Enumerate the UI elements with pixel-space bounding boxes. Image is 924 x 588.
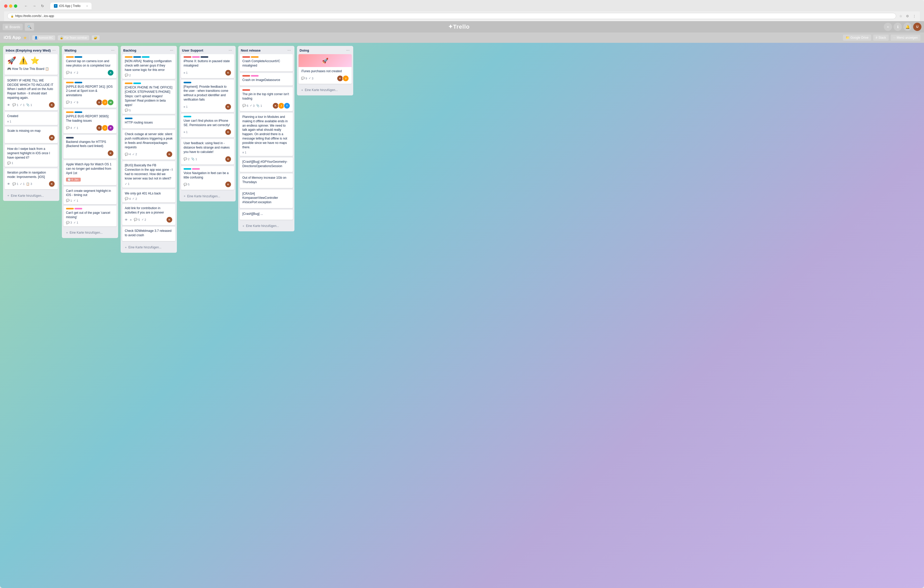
card-back-1[interactable]: [NON ARIA]: floating configuration check… [122,54,175,79]
card-us-2[interactable]: [Payment]: Provide feedback to the user … [181,80,234,112]
tab-close-icon[interactable]: × [86,4,88,7]
top-nav: ⊞ Boards 🔍 ✦Trello + ℹ 🔔 U [0,21,924,33]
search-button[interactable]: 🔍 [25,23,34,31]
card-text: 🎮 How To Use This Board 📋 [7,67,55,71]
lock-icon: 🔒 [11,15,14,18]
card-meta-item: 📋3 [26,182,32,186]
plus-icon: ＋ [242,224,245,228]
card-us-3[interactable]: User can't find photos on iPhone SE. Per… [181,114,234,138]
card-footer: ≡1 [243,151,290,154]
add-card-btn-backlog[interactable]: ＋Eine Karte hinzufügen... [122,244,175,251]
card-back-8[interactable]: Check SDWebImage 3.7 released to avoid c… [122,227,175,241]
refresh-button[interactable]: ↻ [39,3,46,9]
card-wait-1[interactable]: Cannot tap on camera icon and new photos… [63,54,117,78]
active-tab[interactable]: T iOS App | Trello × [50,3,92,9]
add-button[interactable]: + [884,23,892,31]
card-nr-2[interactable]: Crash on ImageDatasource [240,73,293,86]
card-nr-1[interactable]: Crash CompleteAccountVC misaligned [240,54,293,71]
google-drive-button[interactable]: 📁 Google Drive [843,35,871,41]
card-footer: 💬4✓1KJP [66,125,114,131]
card-wait-4[interactable]: Backend changes for HTTPS (Backend feels… [63,135,117,159]
card-footer: 👁≡💬5✓2K [125,216,173,223]
card-labels [66,111,114,113]
lock-badge[interactable]: 🔐 [92,35,99,40]
meta-val: 1 [245,151,246,154]
visibility-badge[interactable]: 🔒 Für Team sichtbar [58,35,89,40]
card-text: Created [7,114,55,118]
more-icon[interactable]: ⋮ [912,13,917,18]
card-us-4[interactable]: User feedback: using feed in -distance f… [181,139,234,164]
card-footer: K [66,150,114,157]
card-wait-2[interactable]: [APPLE BUG REPORT 341]: [iOS 2-Level at … [63,80,117,108]
card-meta-item: 💬1 [12,182,18,186]
meta-val: 6 [247,104,248,107]
add-card-btn-waiting[interactable]: ＋Eine Karte hinzufügen... [63,229,117,236]
card-wait-6[interactable]: Can't create segment highlight in iOS - … [63,187,117,205]
card-inbox-3[interactable]: Created≡1 [5,112,58,125]
card-nr-8[interactable]: [Crash][Bug] ... [240,210,293,220]
card-back-2[interactable]: [CHECK PHONE IN THE OFFICE] [CHECK STEPH… [122,81,175,114]
maximize-button[interactable] [14,4,17,8]
close-button[interactable] [4,4,7,8]
meta-val: 4 [129,153,131,156]
list-menu-inbox[interactable]: ··· [51,48,57,53]
board-star[interactable]: ★ [23,35,27,40]
card-back-3[interactable]: HTTP routing issues [122,116,175,129]
menu-button[interactable]: ··· Menü anzeigen [891,35,921,41]
meta-icon: 👁 [7,103,10,107]
list-header-user-support: User Support ··· [180,46,236,54]
list-menu-user-support[interactable]: ··· [228,48,233,53]
slack-button[interactable]: # Slack [873,35,889,41]
card-nr-6[interactable]: Out of Memory increase 1Gb on Thursdays [240,173,293,188]
add-card-btn-user-support[interactable]: ＋Eine Karte hinzufügen... [181,192,234,200]
add-card-btn-doing[interactable]: ＋Eine Karte hinzufügen... [299,86,351,94]
card-back-5[interactable]: [BUG] Basically the FB Connection in the… [122,161,175,187]
team-badge[interactable]: 👤 komoot BC [32,35,55,40]
card-doing-1[interactable]: 🚀iTunes purchases not created💬9✓3KJ [299,54,351,84]
meta-icon: ≡ [183,130,185,134]
url-field[interactable]: 🔒 https://trello.com/b/...ios-app [7,13,896,19]
card-inbox-1[interactable]: 🚀 ⚠️ ⭐ 🎮 How To Use This Board 📋 [5,54,58,75]
card-us-1[interactable]: iPhone X: buttons in paused state misali… [181,54,234,78]
info-button[interactable]: ℹ [894,23,902,31]
card-back-7[interactable]: Add link for contribution in activities … [122,204,175,225]
card-inbox-5[interactable]: How do I swipe back from a segment highl… [5,145,58,167]
card-wait-3[interactable]: [APPLE BUG REPORT 36565]: The loading is… [63,109,117,133]
meta-val: 9 [77,101,78,104]
card-nr-4[interactable]: Planning a tour in Modules and making it… [240,113,293,156]
card-nr-3[interactable]: The pin in the top right corner isn't lo… [240,87,293,111]
card-inbox-4[interactable]: Scale is missing on mapM [5,127,58,144]
add-card-btn-inbox[interactable]: ＋Eine Karte hinzufügen... [5,192,58,199]
card-inbox-6[interactable]: Iteration profile in navigation mode: Im… [5,168,58,190]
card-us-5[interactable]: Voice Navigation in feet can be a little… [181,166,234,190]
back-button[interactable]: ← [22,3,30,9]
meta-icon: 💬 [66,126,69,129]
forward-button[interactable]: → [31,3,38,9]
user-avatar[interactable]: U [913,23,921,31]
extensions-icon[interactable]: ⚙ [905,13,910,18]
list-menu-waiting[interactable]: ··· [110,48,116,53]
card-inbox-2[interactable]: SORRY IF HERE TILL WE DECIDE WHICH TO IN… [5,76,58,111]
card-avatars: M [48,134,55,141]
card-label [251,56,259,58]
card-back-4[interactable]: Check outage at server side: silent push… [122,130,175,160]
card-footer: ✓1 [125,182,173,186]
add-card-btn-next-release[interactable]: ＋Eine Karte hinzufügen... [240,222,293,230]
bookmark-icon[interactable]: ☆ [898,13,903,18]
notifications-button[interactable]: 🔔 [903,23,912,31]
card-wait-5[interactable]: Apple Watch App for Watch OS 1 can no lo… [63,160,117,185]
card-text: [APPLE BUG REPORT 36565]: The loading is… [66,114,114,123]
list-menu-next-release[interactable]: ··· [286,48,292,53]
cards-waiting: Cannot tap on camera icon and new photos… [62,54,118,228]
boards-button[interactable]: ⊞ Boards [3,24,23,30]
card-nr-7[interactable]: [CRASH] KompasserViewController #VoicePo… [240,190,293,208]
minimize-button[interactable] [9,4,12,8]
card-nr-5[interactable]: [Crash][Bug] #GPYourGeometry-DirectionsO… [240,158,293,172]
card-label [66,208,74,210]
list-menu-doing[interactable]: ··· [345,48,351,53]
card-wait-7[interactable]: Can't get out of the page 'cancel missin… [63,206,117,226]
list-menu-backlog[interactable]: ··· [169,48,174,53]
card-back-6[interactable]: We only got 401 HLs back💬4✓2 [122,189,175,203]
card-text: We only got 401 HLs back [125,192,173,196]
card-label [125,56,132,58]
